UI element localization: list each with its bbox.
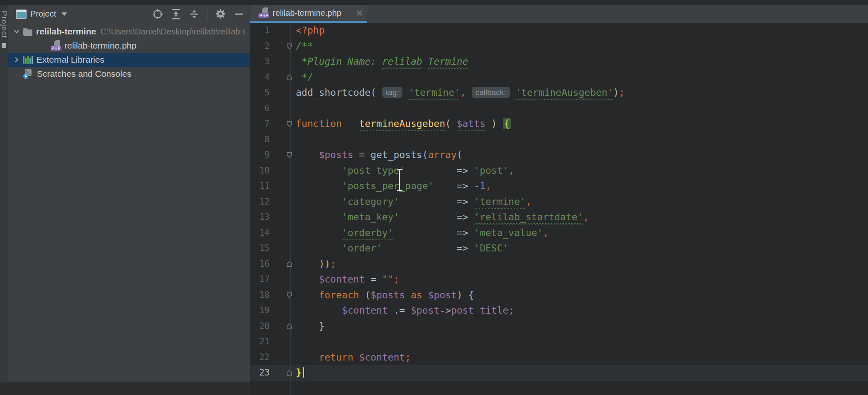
editor-tab-bar: PHP relilab-termine.php	[250, 5, 868, 23]
code-line-18[interactable]: 18 foreach ($posts as $post) {	[250, 288, 868, 303]
code-text: 'posts_per_page' => -1,	[296, 178, 491, 194]
code-line-13[interactable]: 13 'meta_key' => 'relilab_startdate',	[250, 210, 868, 225]
folder-icon	[23, 29, 32, 36]
parameter-hint-pill: tag:	[382, 87, 403, 98]
fold-column	[274, 350, 296, 366]
code-line-10[interactable]: 10 'post_type' => 'post',	[250, 163, 868, 179]
code-line-11[interactable]: 11 'posts_per_page' => -1,	[250, 178, 868, 194]
fold-column	[274, 163, 296, 179]
tree-row-relilab-termine-php[interactable]: PHPrelilab-termine.php	[8, 39, 250, 53]
code-text: <?php	[296, 23, 324, 39]
code-text: /**	[296, 39, 313, 54]
code-text: $posts = get_posts(array(	[296, 147, 463, 163]
line-number: 21	[250, 334, 274, 350]
line-number: 20	[250, 319, 274, 334]
code-line-21[interactable]: 21	[250, 334, 868, 350]
text-cursor-pointer	[395, 168, 404, 193]
code-line-8[interactable]: 8	[250, 132, 868, 148]
code-line-3[interactable]: 3 *Plugin Name: relilab Termine	[250, 54, 868, 70]
line-number: 13	[250, 210, 274, 225]
tree-row-scratches-and-consoles[interactable]: >_Scratches and Consoles	[8, 67, 250, 81]
project-tool-window-button[interactable]: Project	[0, 11, 9, 38]
code-line-9[interactable]: 9 $posts = get_posts(array(	[250, 147, 868, 163]
code-line-7[interactable]: 7function termineAusgeben( $atts ) {	[250, 116, 868, 132]
tree-row-relilab-termine[interactable]: relilab-termineC:\Users\Daniel\Desktop\r…	[8, 24, 250, 39]
line-number: 15	[250, 241, 274, 256]
line-number: 18	[250, 288, 274, 303]
code-text: add_shortcode( tag: 'termine', callback:…	[296, 85, 625, 101]
code-line-1[interactable]: 1<?php	[250, 23, 868, 39]
tree-item-label: relilab-termine.php	[64, 41, 137, 51]
line-number: 1	[250, 23, 274, 39]
line-number: 22	[250, 350, 274, 366]
code-line-19[interactable]: 19 $content .= $post->post_title;	[250, 303, 868, 319]
line-number: 4	[250, 70, 274, 85]
parameter-hint-pill: callback:	[472, 87, 510, 98]
code-line-2[interactable]: 2/**	[250, 39, 868, 54]
collapse-all-button[interactable]	[189, 8, 200, 20]
line-number: 23	[250, 365, 274, 381]
code-line-20[interactable]: 20 }	[250, 319, 868, 334]
code-line-14[interactable]: 14 'orderby' => 'meta_value',	[250, 225, 868, 241]
project-toolbar: Project	[8, 5, 250, 23]
fold-column	[274, 54, 296, 70]
project-view-label: Project	[30, 9, 56, 19]
code-text: 'orderby' => 'meta_value',	[296, 225, 549, 241]
fold-column	[274, 241, 296, 256]
tree-item-label: External Libraries	[37, 55, 104, 65]
fold-marker-down[interactable]	[274, 116, 296, 132]
chevron-down-icon[interactable]	[10, 28, 23, 35]
fold-marker-down[interactable]	[274, 147, 296, 163]
code-text: $content = "";	[296, 272, 399, 288]
fold-marker-down[interactable]	[274, 288, 296, 303]
fold-marker-down[interactable]	[274, 39, 296, 54]
text-caret	[303, 367, 304, 378]
code-text: }	[296, 319, 324, 334]
settings-gear-icon[interactable]	[215, 8, 226, 20]
line-number: 3	[250, 54, 274, 70]
line-number: 7	[250, 116, 274, 132]
code-text: foreach ($posts as $post) {	[296, 288, 474, 303]
project-view-selector[interactable]: Project	[16, 9, 67, 19]
code-line-4[interactable]: 4 */	[250, 70, 868, 85]
code-text: 'category' => 'termine',	[296, 194, 532, 210]
line-number: 6	[250, 101, 274, 117]
code-line-23[interactable]: 23}	[250, 365, 868, 381]
tab-title: relilab-termine.php	[273, 8, 341, 18]
line-number: 8	[250, 132, 274, 148]
tree-item-label: Scratches and Consoles	[37, 69, 132, 79]
tree-item-label: relilab-termine	[36, 27, 96, 37]
code-line-6[interactable]: 6	[250, 101, 868, 117]
line-number: 11	[250, 178, 274, 194]
chevron-right-icon[interactable]	[10, 56, 23, 63]
code-line-15[interactable]: 15 'order' => 'DESC'	[250, 241, 868, 256]
tab-relilab-termine-php[interactable]: PHP relilab-termine.php	[251, 5, 367, 21]
fold-column	[274, 132, 296, 148]
fold-marker-up[interactable]	[274, 319, 296, 334]
tool-window-bar: Project	[0, 5, 9, 382]
fold-column	[274, 334, 296, 350]
locate-file-button[interactable]	[152, 9, 163, 20]
code-text: function termineAusgeben( $atts ) {	[296, 116, 511, 132]
tool-window-square-icon[interactable]	[2, 43, 6, 48]
code-text: }	[296, 365, 304, 381]
fold-column	[274, 225, 296, 241]
code-line-22[interactable]: 22 return $content;	[250, 350, 868, 366]
code-editor[interactable]: 1<?php2/**3 *Plugin Name: relilab Termin…	[250, 23, 868, 395]
hide-panel-button[interactable]	[234, 9, 244, 20]
tree-row-external-libraries[interactable]: External Libraries	[8, 53, 250, 67]
code-line-17[interactable]: 17 $content = "";	[250, 272, 868, 288]
code-line-5[interactable]: 5add_shortcode( tag: 'termine', callback…	[250, 85, 868, 101]
fold-marker-up[interactable]	[274, 70, 296, 85]
fold-marker-up[interactable]	[274, 256, 296, 272]
code-line-16[interactable]: 16 ));	[250, 256, 868, 272]
indent-guide	[319, 303, 319, 319]
expand-all-button[interactable]	[171, 8, 181, 20]
fold-column	[274, 272, 296, 288]
line-number: 19	[250, 303, 274, 319]
close-tab-icon[interactable]	[356, 10, 363, 17]
line-number: 17	[250, 272, 274, 288]
code-text: */	[296, 70, 313, 85]
code-line-12[interactable]: 12 'category' => 'termine',	[250, 194, 868, 210]
fold-marker-up[interactable]	[274, 365, 296, 381]
